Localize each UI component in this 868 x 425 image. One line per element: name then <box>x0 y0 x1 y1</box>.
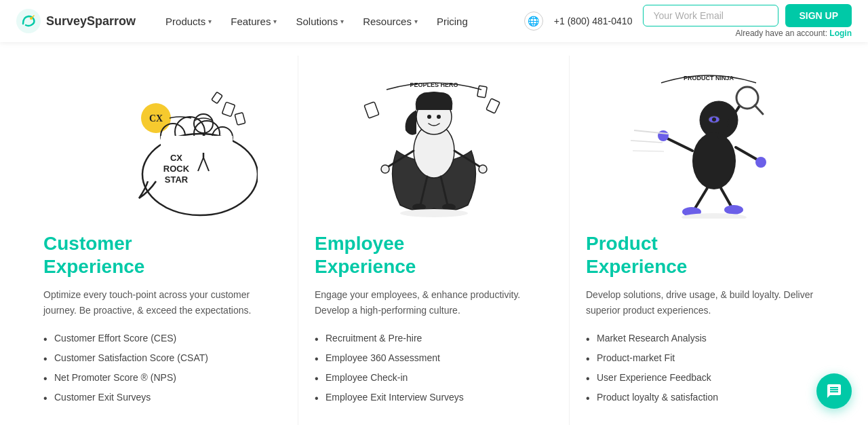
main-content: CX ROCK STAR CX <box>0 42 868 425</box>
svg-line-47 <box>736 147 760 161</box>
nav-links: Products ▾ Features ▾ Solutions ▾ Resour… <box>157 10 524 33</box>
list-item: Recruitment & Pre-hire <box>315 329 553 348</box>
signup-top: SIGN UP <box>643 4 852 27</box>
cx-description: Optimize every touch-point across your c… <box>43 287 281 318</box>
card-ee: PEOPLES HERO HR <box>298 56 570 425</box>
list-item: Employee Check-in <box>315 368 553 388</box>
svg-rect-38 <box>486 98 499 113</box>
phone-number: +1 (800) 481-0410 <box>554 16 633 26</box>
nav-products[interactable]: Products ▾ <box>157 10 220 33</box>
svg-rect-15 <box>235 113 245 126</box>
logo-icon <box>16 9 41 33</box>
list-item: Customer Effort Score (CES) <box>43 329 281 348</box>
list-item: Product loyalty & satisfaction <box>586 388 825 407</box>
svg-line-53 <box>694 188 707 210</box>
list-item: Employee 360 Assessment <box>315 348 553 368</box>
ee-list: Recruitment & Pre-hire Employee 360 Asse… <box>315 329 553 407</box>
svg-line-10 <box>198 158 203 171</box>
svg-point-56 <box>724 205 743 215</box>
nav-right: 🌐 +1 (800) 481-0410 SIGN UP Already have… <box>524 4 852 38</box>
cx-list: Customer Effort Score (CES) Customer Sat… <box>43 329 281 407</box>
svg-point-0 <box>16 9 41 33</box>
svg-line-59 <box>633 151 664 151</box>
nav-pricing[interactable]: Pricing <box>429 10 476 33</box>
solutions-chevron-icon: ▾ <box>340 18 344 25</box>
svg-line-58 <box>631 141 663 143</box>
ee-illustration: PEOPLES HERO HR <box>315 56 553 219</box>
logo-link[interactable]: SurveySparrow <box>16 9 136 33</box>
svg-line-11 <box>203 158 209 171</box>
cards-grid: CX ROCK STAR CX <box>27 56 841 425</box>
svg-rect-21 <box>161 136 233 153</box>
svg-point-31 <box>381 165 389 173</box>
chat-icon <box>826 383 842 399</box>
logo-text: SurveySparrow <box>46 14 136 29</box>
pe-illustration-svg: PRODUCT NINJA <box>614 62 797 219</box>
resources-chevron-icon: ▾ <box>414 18 418 25</box>
svg-point-45 <box>692 132 736 189</box>
ee-illustration-svg: PEOPLES HERO HR <box>346 62 522 219</box>
list-item: Employee Exit Interview Surveys <box>315 388 553 407</box>
signup-button[interactable]: SIGN UP <box>785 4 852 27</box>
globe-icon[interactable]: 🌐 <box>524 12 543 31</box>
cx-title: Customer Experience <box>43 232 281 278</box>
list-item: Customer Exit Surveys <box>43 388 281 407</box>
list-item: Net Promoter Score ® (NPS) <box>43 368 281 388</box>
svg-point-44 <box>712 117 716 122</box>
login-link[interactable]: Login <box>829 29 852 38</box>
svg-text:PEOPLES HERO: PEOPLES HERO <box>410 81 458 88</box>
pe-illustration: PRODUCT NINJA <box>586 56 825 219</box>
pe-title: Product Experience <box>586 232 825 278</box>
svg-rect-14 <box>222 102 235 117</box>
list-item: User Experience Feedback <box>586 368 825 388</box>
ee-description: Engage your employees, & enhance product… <box>315 287 553 318</box>
svg-text:PRODUCT NINJA: PRODUCT NINJA <box>684 75 734 81</box>
signup-area: SIGN UP Already have an account: Login <box>643 4 852 38</box>
svg-text:ROCK: ROCK <box>163 164 189 174</box>
email-input[interactable] <box>643 5 778 26</box>
svg-point-40 <box>400 209 468 217</box>
products-chevron-icon: ▾ <box>208 18 212 25</box>
svg-line-50 <box>755 105 763 114</box>
svg-point-27 <box>427 115 431 119</box>
list-item: Customer Satisfaction Score (CSAT) <box>43 348 281 368</box>
card-pe: PRODUCT NINJA <box>570 56 841 425</box>
svg-rect-37 <box>364 102 379 118</box>
ee-title: Employee Experience <box>315 232 553 278</box>
list-item: Product-market Fit <box>586 348 825 368</box>
svg-point-32 <box>479 165 487 173</box>
svg-point-52 <box>755 157 766 168</box>
svg-text:CX: CX <box>170 153 182 163</box>
pe-description: Develop solutions, drive usage, & build … <box>586 287 825 318</box>
cx-illustration-svg: CX ROCK STAR CX <box>68 62 258 219</box>
pe-list: Market Research Analysis Product-market … <box>586 329 825 407</box>
svg-point-6 <box>194 114 213 133</box>
svg-rect-39 <box>477 86 487 98</box>
features-chevron-icon: ▾ <box>273 18 277 25</box>
card-cx: CX ROCK STAR CX <box>27 56 298 425</box>
cx-illustration: CX ROCK STAR CX <box>43 56 281 219</box>
nav-features[interactable]: Features ▾ <box>222 10 285 33</box>
nav-resources[interactable]: Resources ▾ <box>355 10 426 33</box>
svg-point-51 <box>658 130 669 141</box>
svg-text:CX: CX <box>149 113 162 124</box>
svg-rect-16 <box>211 92 222 103</box>
chat-bubble[interactable] <box>816 373 852 409</box>
list-item: Market Research Analysis <box>586 329 825 348</box>
navbar: SurveySparrow Products ▾ Features ▾ Solu… <box>0 0 868 42</box>
nav-solutions[interactable]: Solutions ▾ <box>288 10 352 33</box>
login-prompt: Already have an account: Login <box>736 29 852 38</box>
svg-line-46 <box>665 137 692 151</box>
svg-point-28 <box>437 115 441 119</box>
svg-text:STAR: STAR <box>164 174 188 185</box>
